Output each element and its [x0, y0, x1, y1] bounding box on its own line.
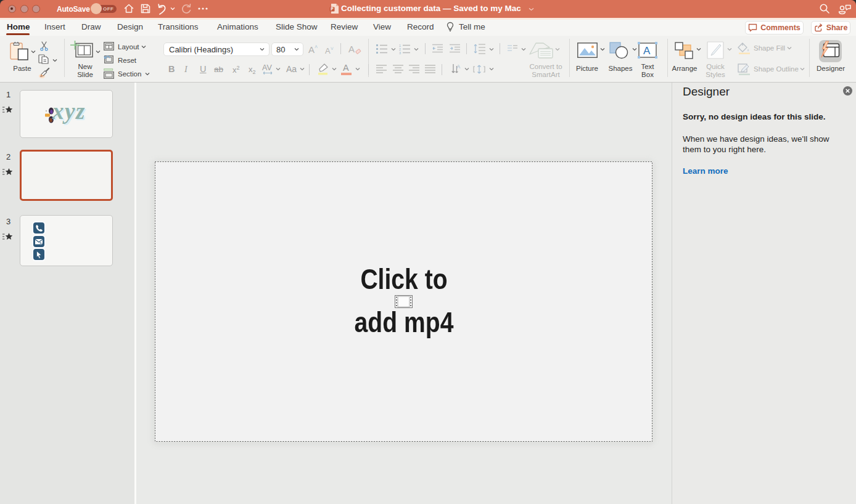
svg-text:P: P	[331, 7, 334, 11]
svg-text:A: A	[457, 63, 461, 70]
svg-text:3: 3	[399, 51, 401, 54]
svg-text:A: A	[643, 45, 651, 57]
